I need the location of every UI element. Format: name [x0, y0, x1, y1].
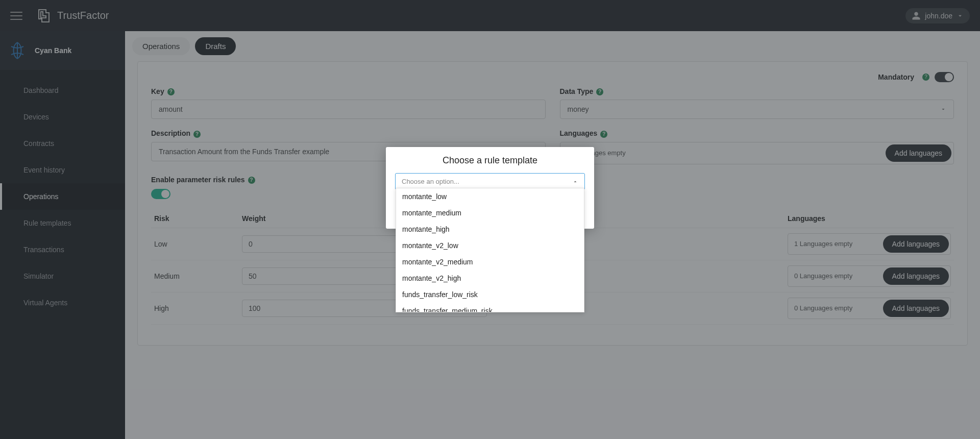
dropdown-option[interactable]: montante_low: [396, 188, 584, 205]
dropdown-option[interactable]: montante_v2_low: [396, 237, 584, 254]
dropdown-option[interactable]: montante_v2_high: [396, 270, 584, 286]
template-select-placeholder: Choose an option...: [402, 178, 459, 185]
dropdown-option[interactable]: montante_v2_medium: [396, 254, 584, 270]
dropdown-option[interactable]: montante_high: [396, 221, 584, 237]
template-dropdown[interactable]: montante_low montante_medium montante_hi…: [396, 188, 584, 312]
dropdown-option[interactable]: funds_transfer_low_risk: [396, 286, 584, 303]
dropdown-option[interactable]: funds_transfer_medium_risk: [396, 303, 584, 312]
modal-title: Choose a rule template: [395, 155, 585, 166]
dropdown-option[interactable]: montante_medium: [396, 205, 584, 221]
chevron-up-icon: [572, 179, 578, 185]
